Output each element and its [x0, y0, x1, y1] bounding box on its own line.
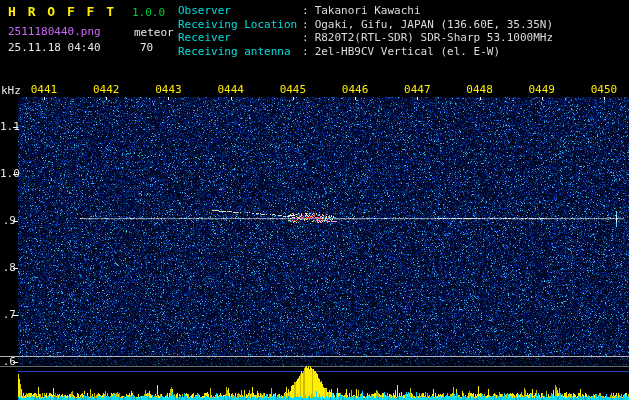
info-label: Receiver	[178, 31, 302, 45]
time-tick-label: 0447	[404, 83, 431, 96]
count-label: 70	[140, 41, 153, 54]
info-label: Receiving Location	[178, 18, 302, 32]
info-value: R820T2(RTL-SDR) SDR-Sharp 53.1000MHz	[315, 31, 553, 45]
info-value: 2el-HB9CV Vertical (el. E-W)	[315, 45, 500, 59]
datetime-label: 25.11.18 04:40	[8, 41, 101, 54]
output-filename: 2511180440.png	[8, 25, 101, 38]
station-info-row: Receiving Location:Ogaki, Gifu, JAPAN (1…	[178, 18, 553, 32]
info-separator: :	[302, 45, 309, 59]
time-tick-label: 0448	[466, 83, 493, 96]
info-value: Ogaki, Gifu, JAPAN (136.60E, 35.35N)	[315, 18, 553, 32]
app-title: H R O F F T	[8, 4, 116, 19]
station-info-row: Observer:Takanori Kawachi	[178, 4, 553, 18]
time-tick-label: 0446	[342, 83, 369, 96]
time-tick-label: 0443	[155, 83, 182, 96]
freq-tick-label: .7	[0, 308, 16, 321]
info-separator: :	[302, 4, 309, 18]
app-version: 1.0.0	[132, 6, 165, 19]
freq-tick-label: .8	[0, 261, 16, 274]
hrofft-window: H R O F F T 1.0.0 2511180440.png meteor …	[0, 0, 629, 400]
freq-tick-label: 1.1	[0, 120, 16, 133]
time-tick-label: 0449	[529, 83, 556, 96]
time-tick-label: 0442	[93, 83, 120, 96]
mode-label: meteor	[134, 26, 174, 39]
info-separator: :	[302, 31, 309, 45]
station-info-row: Receiver:R820T2(RTL-SDR) SDR-Sharp 53.10…	[178, 31, 553, 45]
time-tick-label: 0450	[591, 83, 618, 96]
freq-tick-label: .6	[0, 355, 16, 368]
spectrogram-canvas	[0, 0, 629, 400]
station-info: Observer:Takanori KawachiReceiving Locat…	[178, 4, 553, 58]
info-label: Receiving antenna	[178, 45, 302, 59]
freq-tick-label: 1.0	[0, 167, 16, 180]
station-info-row: Receiving antenna:2el-HB9CV Vertical (el…	[178, 45, 553, 59]
info-value: Takanori Kawachi	[315, 4, 421, 18]
info-separator: :	[302, 18, 309, 32]
time-tick-label: 0441	[31, 83, 58, 96]
time-tick-label: 0445	[280, 83, 307, 96]
info-label: Observer	[178, 4, 302, 18]
freq-axis-unit-label: kHz	[1, 84, 21, 97]
time-tick-label: 0444	[217, 83, 244, 96]
freq-tick-label: .9	[0, 214, 16, 227]
